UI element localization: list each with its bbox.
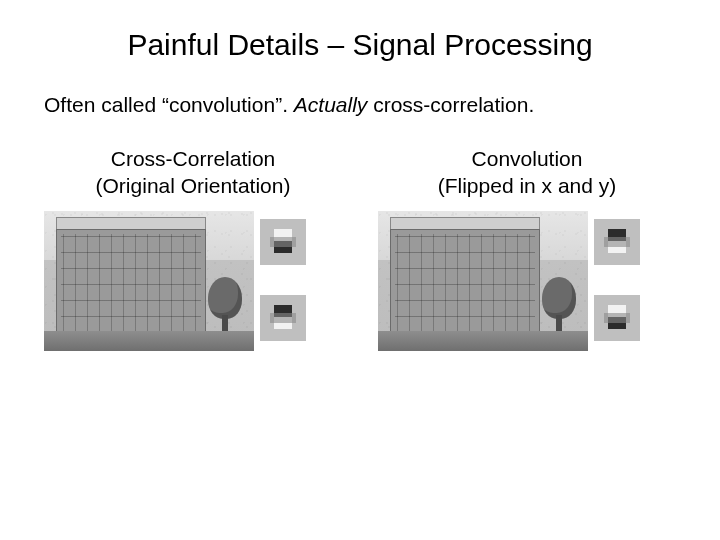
- subtitle-italic: Actually: [294, 93, 368, 116]
- cc-building-image: [44, 211, 254, 351]
- svg-rect-7: [270, 313, 296, 323]
- page-title: Painful Details – Signal Processing: [40, 28, 680, 62]
- conv-heading-line2: (Flipped in x and y): [438, 174, 617, 197]
- cc-heading-line2: (Original Orientation): [96, 174, 291, 197]
- svg-rect-11: [604, 237, 630, 247]
- cc-kernel-bottom: [260, 295, 306, 341]
- cc-heading: Cross-Correlation (Original Orientation): [96, 146, 291, 199]
- svg-rect-3: [270, 237, 296, 247]
- cc-heading-line1: Cross-Correlation: [111, 147, 276, 170]
- subtitle-text-1: Often called “convolution”.: [44, 93, 294, 116]
- svg-rect-15: [604, 313, 630, 323]
- conv-kernel-bottom: [594, 295, 640, 341]
- subtitle-text-2: cross-correlation.: [367, 93, 534, 116]
- cc-kernel-top: [260, 219, 306, 265]
- column-convolution: Convolution (Flipped in x and y): [378, 146, 676, 351]
- slide: Painful Details – Signal Processing Ofte…: [0, 0, 720, 540]
- conv-kernel-top: [594, 219, 640, 265]
- cc-figure: [44, 211, 342, 351]
- conv-heading: Convolution (Flipped in x and y): [438, 146, 617, 199]
- conv-heading-line1: Convolution: [472, 147, 583, 170]
- cc-kernels: [260, 211, 306, 341]
- column-cross-correlation: Cross-Correlation (Original Orientation): [44, 146, 342, 351]
- conv-figure: [378, 211, 676, 351]
- columns: Cross-Correlation (Original Orientation): [40, 146, 680, 351]
- conv-kernels: [594, 211, 640, 341]
- subtitle: Often called “convolution”. Actually cro…: [40, 92, 680, 118]
- conv-building-image: [378, 211, 588, 351]
